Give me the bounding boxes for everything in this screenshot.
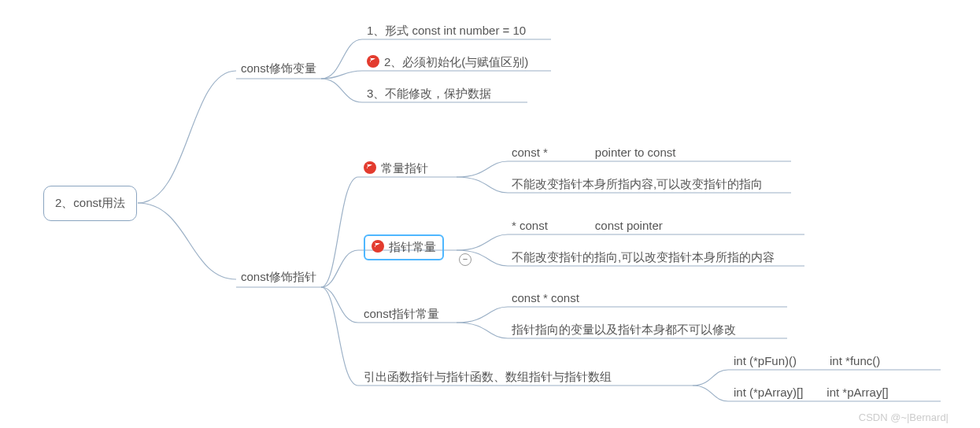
leaf-text: const pointer [595, 219, 663, 232]
branch-const-pointer[interactable]: const修饰指针 [241, 270, 316, 285]
node-pointer-to-const[interactable]: 常量指针 [364, 161, 428, 176]
node-label: 引出函数指针与指针函数、数组指针与指针数组 [364, 370, 612, 383]
collapse-toggle[interactable]: − [459, 253, 472, 266]
leaf-must-init[interactable]: 2、必须初始化(与赋值区别) [367, 55, 528, 70]
leaf-p2-row2[interactable]: 不能改变指针的指向,可以改变指针本身所指的内容 [512, 250, 775, 265]
leaf-text: int *pArray[] [827, 386, 888, 399]
branch-label: const修饰变量 [241, 61, 316, 75]
branch-label: const修饰指针 [241, 270, 316, 283]
leaf-readonly[interactable]: 3、不能修改，保护数据 [367, 87, 491, 101]
leaf-text: 指针指向的变量以及指针本身都不可以修改 [512, 323, 736, 336]
leaf-text: const * [512, 146, 548, 159]
leaf-p3-row2[interactable]: 指针指向的变量以及指针本身都不可以修改 [512, 323, 736, 338]
leaf-text: int (*pArray)[] [734, 386, 803, 399]
leaf-text: 不能改变指针本身所指内容,可以改变指针的指向 [512, 177, 763, 190]
leaf-text: int *func() [830, 354, 880, 367]
node-label: 指针常量 [389, 240, 436, 253]
leaf-text: 1、形式 const int number = 10 [367, 24, 526, 37]
watermark-text: CSDN @~|Bernard| [859, 411, 949, 423]
leaf-text: * const [512, 219, 548, 232]
leaf-p4-row1[interactable]: int (*pFun)()int *func() [734, 354, 880, 367]
root-node[interactable]: 2、const用法 [43, 186, 137, 221]
leaf-text: 不能改变指针的指向,可以改变指针本身所指的内容 [512, 250, 775, 264]
flag-icon [367, 55, 379, 68]
watermark: CSDN @~|Bernard| [859, 411, 949, 423]
node-const-pointer-const[interactable]: const指针常量 [364, 307, 439, 322]
branch-const-variable[interactable]: const修饰变量 [241, 61, 316, 76]
node-label: const指针常量 [364, 307, 439, 320]
leaf-p2-row1[interactable]: * constconst pointer [512, 219, 663, 232]
node-label: 常量指针 [381, 161, 428, 175]
leaf-p3-row1[interactable]: const * const [512, 291, 579, 304]
leaf-text: pointer to const [595, 146, 676, 159]
leaf-text: 2、必须初始化(与赋值区别) [384, 55, 528, 68]
leaf-text: 3、不能修改，保护数据 [367, 87, 491, 100]
leaf-p1-row1[interactable]: const *pointer to const [512, 146, 675, 159]
node-const-pointer-selected[interactable]: 指针常量 [364, 234, 444, 260]
root-label: 2、const用法 [55, 196, 125, 209]
leaf-form[interactable]: 1、形式 const int number = 10 [367, 24, 526, 39]
leaf-text: const * const [512, 291, 579, 304]
leaf-p1-row2[interactable]: 不能改变指针本身所指内容,可以改变指针的指向 [512, 177, 763, 192]
node-derive-pointer-types[interactable]: 引出函数指针与指针函数、数组指针与指针数组 [364, 370, 612, 385]
leaf-p4-row2[interactable]: int (*pArray)[]int *pArray[] [734, 386, 889, 399]
flag-icon [364, 161, 376, 174]
leaf-text: int (*pFun)() [734, 354, 797, 367]
flag-icon [372, 240, 384, 253]
